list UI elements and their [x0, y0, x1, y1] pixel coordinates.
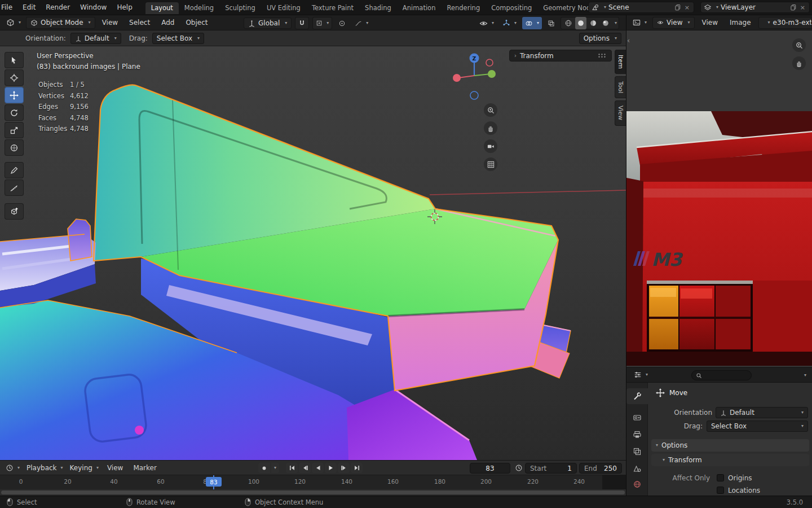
xray-toggle[interactable]	[545, 17, 558, 29]
image-menu-view[interactable]: View	[698, 15, 722, 30]
properties-tab-scene[interactable]	[633, 464, 642, 473]
properties-search-input[interactable]	[691, 370, 752, 380]
transform-orientation-dropdown[interactable]: Global ▾	[244, 17, 292, 29]
keying-menu[interactable]: Keying▾	[67, 462, 102, 474]
properties-editor-type-button[interactable]: ▾	[631, 369, 651, 381]
play-reverse-button[interactable]	[312, 463, 324, 473]
properties-orientation-dropdown[interactable]: Default ▾	[716, 407, 808, 418]
gizmos-dropdown[interactable]: ▾	[500, 17, 519, 29]
drag-dropdown[interactable]: Select Box ▾	[152, 33, 204, 44]
visibility-dropdown[interactable]: ▾	[476, 17, 497, 29]
transform-subpanel-header[interactable]: ▾ Transform	[651, 454, 809, 466]
workspace-tab-rendering[interactable]: Rendering	[441, 2, 486, 14]
menu-render[interactable]: Render	[41, 0, 75, 15]
workspace-tab-sculpting[interactable]: Sculpting	[219, 2, 261, 14]
playback-menu[interactable]: Playback▾	[24, 462, 66, 474]
image-editor-type-button[interactable]: ▾	[630, 16, 650, 29]
transform-panel[interactable]: › Transform	[509, 50, 612, 62]
tool-tweak[interactable]	[5, 52, 24, 68]
editor-type-button[interactable]: ▾	[3, 16, 24, 29]
viewlayer-name[interactable]: ViewLayer	[721, 3, 788, 11]
jump-to-start-button[interactable]	[286, 463, 298, 473]
gizmo-z-neg-axis[interactable]	[470, 91, 478, 99]
timeline-view-menu[interactable]: View	[103, 461, 127, 475]
shading-material-button[interactable]	[588, 17, 599, 29]
proportional-editing-toggle[interactable]	[336, 17, 348, 29]
region-expand-arrow[interactable]: ‹	[627, 36, 630, 45]
unlink-scene-icon[interactable]: ×	[683, 4, 691, 11]
menu-window[interactable]: Window	[75, 0, 112, 15]
scene-selector[interactable]: ▾ Scene ×	[588, 2, 694, 13]
snap-settings-dropdown[interactable]: ▾	[312, 17, 332, 29]
image-pan-button[interactable]	[792, 56, 806, 70]
properties-tab-viewlayer[interactable]	[633, 447, 642, 456]
sidebar-tab-tool[interactable]: Tool	[615, 76, 626, 98]
new-scene-icon[interactable]	[674, 4, 681, 11]
properties-tab-output[interactable]	[633, 430, 642, 439]
options-panel-header[interactable]: ▾ Options	[651, 439, 809, 452]
workspace-tab-compositing[interactable]: Compositing	[486, 2, 537, 14]
menu-select[interactable]: Select	[125, 15, 155, 30]
use-preview-range-icon[interactable]	[515, 464, 523, 472]
workspace-tab-layout[interactable]: Layout	[145, 2, 179, 14]
shading-wireframe-button[interactable]	[563, 17, 574, 29]
tool-add-cube[interactable]	[5, 203, 24, 220]
viewport-3d[interactable]: User Perspective (83) backround images |…	[0, 46, 626, 460]
next-keyframe-button[interactable]	[338, 463, 350, 473]
panel-drag-handle-icon[interactable]	[598, 53, 607, 58]
options-dropdown[interactable]: Options ▾	[579, 33, 621, 44]
menu-help[interactable]: Help	[112, 0, 137, 15]
workspace-tab-uv-editing[interactable]: UV Editing	[261, 2, 306, 14]
menu-edit[interactable]: Edit	[17, 0, 41, 15]
scene-name[interactable]: Scene	[608, 3, 672, 11]
locations-checkbox[interactable]	[717, 487, 724, 494]
sidebar-tab-item[interactable]: Item	[615, 50, 626, 74]
viewlayer-selector[interactable]: ▾ ViewLayer ×	[700, 2, 810, 13]
properties-filter-dropdown[interactable]: ▾	[804, 373, 806, 378]
auto-keying-dropdown[interactable]: ▾	[271, 463, 279, 473]
menu-object[interactable]: Object	[181, 15, 212, 30]
timeline-ruler[interactable]: 0 20 40 60 80 100 120 140 160 180 200 22…	[0, 475, 626, 489]
menu-view[interactable]: View	[98, 15, 122, 30]
timeline-marker-menu[interactable]: Marker	[129, 461, 161, 475]
menu-file[interactable]: File	[0, 0, 17, 15]
playhead-badge[interactable]: 83	[206, 477, 222, 487]
shading-rendered-button[interactable]	[600, 17, 611, 29]
frame-end-field[interactable]: End 250	[579, 463, 622, 474]
properties-drag-dropdown[interactable]: Select Box ▾	[707, 421, 808, 432]
zoom-button[interactable]	[484, 103, 497, 117]
pan-button[interactable]	[484, 121, 497, 135]
auto-keying-toggle[interactable]	[258, 463, 270, 473]
scrollbar-thumb[interactable]	[1, 491, 625, 494]
tool-rotate[interactable]	[5, 104, 24, 121]
tool-measure[interactable]	[5, 179, 24, 196]
current-frame-field[interactable]: 83	[470, 463, 510, 474]
properties-tab-render[interactable]	[633, 413, 642, 422]
previous-keyframe-button[interactable]	[299, 463, 311, 473]
proportional-falloff-dropdown[interactable]: ▾	[352, 17, 371, 29]
properties-tab-world[interactable]	[633, 480, 642, 489]
tool-cursor[interactable]	[5, 69, 24, 86]
navigation-gizmo[interactable]: Z	[445, 51, 508, 104]
tool-scale[interactable]	[5, 122, 24, 138]
orientation-dropdown[interactable]: Default ▾	[70, 33, 121, 44]
workspace-tab-texture-paint[interactable]: Texture Paint	[306, 2, 359, 14]
workspace-tab-modeling[interactable]: Modeling	[179, 2, 219, 14]
shading-solid-button[interactable]	[575, 17, 586, 29]
image-mode-dropdown[interactable]: View ▾	[652, 17, 695, 29]
mode-dropdown[interactable]: Object Mode ▾	[26, 17, 95, 29]
workspace-tab-animation[interactable]: Animation	[397, 2, 442, 14]
gizmo-y-axis[interactable]	[488, 70, 496, 78]
jump-to-end-button[interactable]	[351, 463, 363, 473]
play-button[interactable]	[325, 463, 337, 473]
menu-add[interactable]: Add	[157, 15, 179, 30]
properties-tab-tool[interactable]	[626, 388, 648, 404]
panel-expand-arrow[interactable]: ›	[514, 52, 517, 59]
snap-toggle[interactable]	[295, 17, 309, 29]
timeline-editor-type-button[interactable]: ▾	[3, 462, 23, 474]
origins-checkbox[interactable]	[717, 474, 724, 481]
orthographic-toggle-button[interactable]	[484, 157, 497, 171]
frame-start-field[interactable]: Start 1	[525, 463, 577, 474]
image-datablock-selector[interactable]: ▾ e30-m3-exter	[758, 17, 812, 29]
image-editor-canvas[interactable]: M3	[626, 30, 812, 367]
